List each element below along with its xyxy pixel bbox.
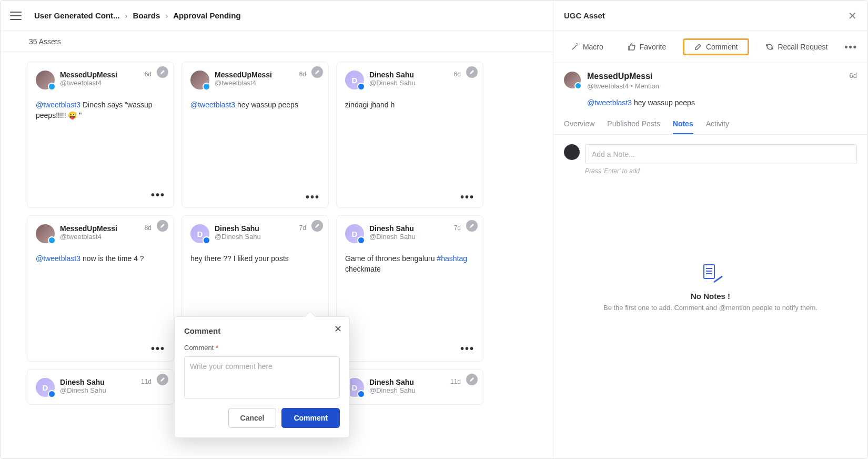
card-body: @tweetblast3 now is the time 4 ? [36,254,165,264]
mention-link[interactable]: @tweetblast3 [36,254,80,263]
menu-icon[interactable] [10,12,22,20]
card-text: hey there ?? I liked your posts [190,254,289,263]
more-icon[interactable]: ••• [460,191,475,203]
chevron-right-icon: › [165,11,168,20]
card-body: @tweetblast3 Dinesh says "wassup peeps!!… [36,100,165,121]
asset-card[interactable]: DDinesh Sahu@Dinesh Sahu7dGame of throne… [336,215,483,362]
asset-panel: UGC Asset ✕ Macro Favorite Comment Reca [553,1,867,459]
avatar [190,71,209,89]
breadcrumb-l1[interactable]: Boards [133,11,160,20]
comment-popup: Comment ✕ Comment * Cancel Comment [174,316,350,438]
tab-activity[interactable]: Activity [706,114,729,134]
tab-overview[interactable]: Overview [564,114,594,134]
asset-count: 35 Assets [29,37,61,46]
panel-header: UGC Asset ✕ [553,1,867,31]
card-time: 11d [450,378,461,385]
card-body: @tweetblast3 hey wassup peeps [190,100,320,111]
card-time: 8d [145,224,152,232]
close-icon[interactable]: ✕ [334,323,342,335]
panel-title: UGC Asset [564,11,605,20]
avatar: D [36,378,55,397]
breadcrumb-l2[interactable]: Approval Pending [173,11,240,20]
asset-time: 6d [850,72,857,79]
edit-icon[interactable] [157,374,168,385]
card-text: Game of thrones bengaluru [345,254,437,263]
edit-icon[interactable] [311,220,323,232]
facebook-icon [357,236,365,244]
card-body: Game of thrones bengaluru #hashtag check… [345,254,475,274]
more-icon[interactable]: ••• [151,343,165,355]
note-hint: Press 'Enter' to add [585,167,857,175]
mention-link[interactable]: @tweetblast3 [587,98,632,107]
card-handle: @tweetblast4 [60,233,165,241]
card-time: 7d [454,224,461,232]
comment-textarea[interactable] [184,356,340,398]
breadcrumb-root[interactable]: User Generated Cont... [34,11,120,20]
twitter-icon [48,236,56,244]
asset-body: @tweetblast3 hey wassup peeps [553,98,867,114]
card-handle: @Dinesh Sahu [369,233,475,241]
asset-header: MessedUpMessi @tweetblast4 • Mention 6d [553,63,867,98]
hashtag-link[interactable]: #hashtag [437,254,467,263]
more-icon[interactable]: ••• [151,189,165,201]
edit-icon[interactable] [311,66,323,78]
edit-icon[interactable] [157,220,168,232]
empty-subtitle: Be the first one to add. Comment and @me… [564,304,857,312]
tab-published[interactable]: Published Posts [607,114,660,134]
facebook-icon [357,83,365,91]
facebook-icon [48,390,56,398]
twitter-icon [574,82,582,89]
card-text: zindagi jhand h [345,101,395,109]
chevron-right-icon: › [125,11,128,20]
comment-button[interactable]: Comment [281,408,340,428]
asset-card[interactable]: DDinesh Sahu@Dinesh Sahu6dzindagi jhand … [336,62,483,208]
asset-card[interactable]: DDinesh Sahu@Dinesh Sahu11d [336,369,483,405]
avatar [36,71,55,89]
notes-section: Press 'Enter' to add No Notes ! Be the f… [553,135,867,321]
panel-actions: Macro Favorite Comment Recall Request ••… [553,31,867,63]
recall-action[interactable]: Recall Request [758,39,835,54]
recall-icon [765,43,774,51]
twitter-icon [203,83,210,91]
card-handle: @tweetblast4 [60,79,165,87]
asset-card[interactable]: MessedUpMessi@tweetblast46d@tweetblast3 … [27,62,174,208]
cancel-button[interactable]: Cancel [228,408,277,428]
note-input[interactable] [585,144,857,164]
card-handle: @Dinesh Sahu [369,79,475,87]
edit-icon[interactable] [466,220,478,232]
asset-username: MessedUpMessi [587,72,843,81]
asset-card[interactable]: DDinesh Sahu@Dinesh Sahu11d [27,369,174,405]
panel-tabs: Overview Published Posts Notes Activity [553,114,867,135]
facebook-icon [203,236,210,244]
thumbs-up-icon [628,43,636,51]
card-time: 6d [454,71,461,78]
comment-label: Comment * [184,344,218,352]
edit-icon[interactable] [466,66,478,78]
card-handle: @Dinesh Sahu [60,386,165,394]
comment-action[interactable]: Comment [683,38,749,55]
close-icon[interactable]: ✕ [848,9,857,22]
avatar [36,224,55,243]
empty-state: No Notes ! Be the first one to add. Comm… [564,264,857,312]
card-body: hey there ?? I liked your posts [190,254,320,264]
wand-icon [571,43,579,51]
more-icon[interactable]: ••• [844,42,857,53]
mention-link[interactable]: @tweetblast3 [36,101,80,109]
macro-action[interactable]: Macro [563,39,611,54]
more-icon[interactable]: ••• [306,191,320,203]
card-handle: @Dinesh Sahu [369,386,475,394]
edit-icon[interactable] [466,374,478,385]
favorite-action[interactable]: Favorite [620,39,674,54]
edit-icon[interactable] [157,66,168,78]
avatar: D [345,224,364,243]
tab-notes[interactable]: Notes [673,114,693,134]
more-icon[interactable]: ••• [460,343,475,355]
asset-card[interactable]: MessedUpMessi@tweetblast46d@tweetblast3 … [181,62,329,208]
avatar: D [345,71,364,89]
mention-link[interactable]: @tweetblast3 [190,101,235,109]
asset-meta: @tweetblast4 • Mention [587,82,843,90]
card-handle: @tweetblast4 [215,79,320,87]
breadcrumb: User Generated Cont... › Boards › Approv… [34,11,241,20]
asset-card[interactable]: MessedUpMessi@tweetblast48d@tweetblast3 … [27,215,174,362]
avatar: D [190,224,209,243]
